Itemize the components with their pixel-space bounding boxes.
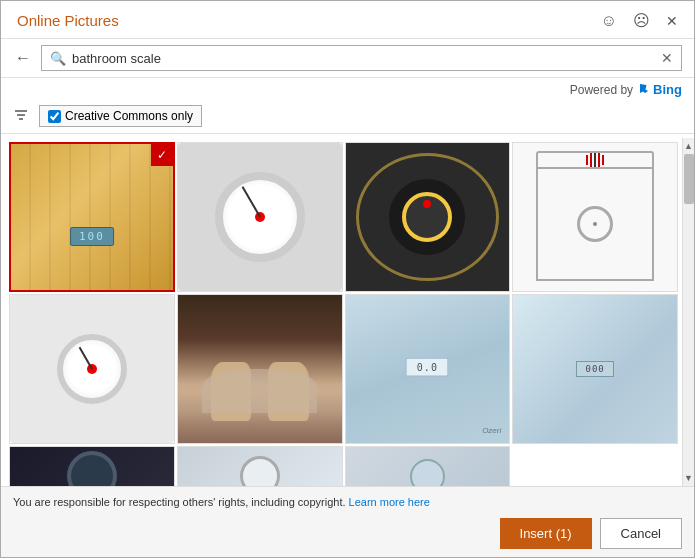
selected-checkmark-1: ✓ [151, 144, 173, 166]
filter-icon [13, 107, 29, 126]
powered-bar: Powered by Bing [1, 78, 694, 101]
scroll-track [683, 154, 694, 470]
image-cell-5[interactable] [9, 294, 175, 444]
creative-commons-filter[interactable]: Creative Commons only [39, 105, 202, 127]
image-cell-10[interactable] [177, 446, 343, 486]
insert-button[interactable]: Insert (1) [500, 518, 592, 549]
powered-label: Powered by [570, 83, 633, 97]
image-cell-6[interactable] [177, 294, 343, 444]
creative-commons-label: Creative Commons only [65, 109, 193, 123]
image-cell-7[interactable]: 0.0 Ozeri [345, 294, 511, 444]
title-bar: Online Pictures ☺ ☹ ✕ [1, 1, 694, 39]
footer: You are responsible for respecting other… [1, 486, 694, 557]
search-icon: 🔍 [50, 51, 66, 66]
scroll-thumb[interactable] [684, 154, 694, 204]
scroll-up-button[interactable]: ▲ [683, 138, 695, 154]
image-cell-3[interactable] [345, 142, 511, 292]
bing-logo: Bing [637, 82, 682, 97]
title-icons: ☺ ☹ ✕ [597, 9, 682, 32]
search-bar: ← 🔍 ✕ [1, 39, 694, 78]
scrollbar[interactable]: ▲ ▼ [682, 138, 694, 486]
dialog-title: Online Pictures [17, 12, 119, 29]
images-grid: 100 ✓ [5, 138, 682, 486]
smiley-button[interactable]: ☺ [597, 10, 621, 32]
search-clear-button[interactable]: ✕ [661, 50, 673, 66]
footer-notice: You are responsible for respecting other… [13, 495, 682, 510]
image-cell-2[interactable] [177, 142, 343, 292]
sad-button[interactable]: ☹ [629, 9, 654, 32]
image-cell-8[interactable]: 000 [512, 294, 678, 444]
search-box: 🔍 ✕ [41, 45, 682, 71]
image-cell-9[interactable] [9, 446, 175, 486]
bing-icon [637, 83, 651, 97]
close-button[interactable]: ✕ [662, 11, 682, 31]
cancel-button[interactable]: Cancel [600, 518, 682, 549]
learn-more-link[interactable]: Learn more here [349, 496, 430, 508]
filter-bar: Creative Commons only [1, 101, 694, 134]
footer-buttons: Insert (1) Cancel [13, 518, 682, 549]
images-area: 100 ✓ [1, 134, 694, 486]
image-cell-11[interactable] [345, 446, 511, 486]
search-input[interactable] [72, 51, 661, 66]
online-pictures-dialog: Online Pictures ☺ ☹ ✕ ← 🔍 ✕ Powered by B… [0, 0, 695, 558]
image-cell-1[interactable]: 100 ✓ [9, 142, 175, 292]
creative-commons-checkbox[interactable] [48, 110, 61, 123]
scroll-down-button[interactable]: ▼ [683, 470, 695, 486]
back-button[interactable]: ← [13, 47, 33, 69]
image-cell-4[interactable] [512, 142, 678, 292]
